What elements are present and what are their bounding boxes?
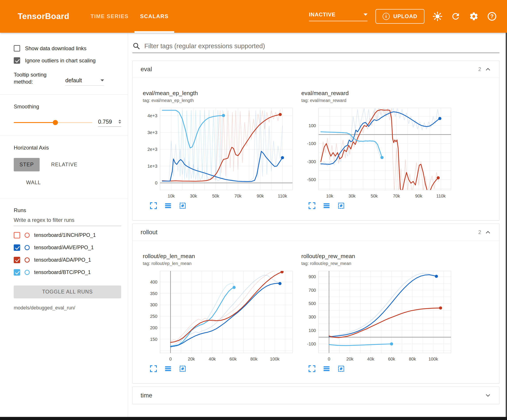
run-row-btc[interactable]: tensorboard/BTC/PPO_1 [14, 269, 121, 275]
run-row-ada[interactable]: tensorboard/ADA/PPO_1 [14, 257, 121, 263]
chevron-down-icon [364, 14, 367, 16]
run-checkbox[interactable] [14, 244, 20, 251]
chart-eval-mean-reward-plot[interactable]: 10k30k50k70k90k110k100-100-300-500 [301, 105, 454, 200]
tab-time-series[interactable]: TIME SERIES [85, 0, 134, 33]
svg-text:150: 150 [150, 337, 157, 342]
expand-icon[interactable] [308, 365, 316, 373]
divider [0, 198, 128, 198]
upload-button[interactable]: i UPLOAD [375, 9, 424, 24]
axis-wall-button[interactable]: WALL [20, 176, 47, 189]
fit-domain-icon[interactable] [337, 365, 345, 373]
axis-step-button[interactable]: STEP [14, 158, 40, 172]
tooltip-sorting-select[interactable]: default [65, 77, 104, 86]
svg-text:80k: 80k [409, 357, 416, 361]
svg-text:50k: 50k [212, 193, 219, 198]
chevron-up-icon[interactable] [485, 229, 491, 235]
run-checkbox[interactable] [14, 232, 20, 238]
run-name: tensorboard/1INCH/PPO_1 [34, 232, 96, 238]
svg-text:40k: 40k [209, 357, 216, 361]
show-download-links-label: Show data download links [25, 45, 87, 52]
svg-text:110k: 110k [436, 193, 446, 198]
section-title: time [141, 392, 152, 399]
svg-text:700: 700 [309, 288, 316, 293]
chart-rollout-ep-rew-mean-plot[interactable]: 020k40k60k80k100k-100100300500700900 [301, 268, 454, 363]
svg-text:10k: 10k [326, 193, 333, 198]
svg-text:350: 350 [150, 291, 157, 296]
runs-filter-input[interactable] [14, 213, 121, 226]
checkbox-icon [14, 45, 20, 52]
smoothing-input[interactable]: 0.759 [98, 118, 121, 127]
expand-icon[interactable] [149, 202, 157, 210]
smoothing-slider[interactable] [14, 122, 92, 123]
chart-toolbar [143, 365, 296, 373]
section-eval-header[interactable]: eval 2 [133, 61, 499, 78]
run-checkbox[interactable] [14, 269, 20, 275]
chart-tag: tag: rollout/ep_len_mean [143, 261, 296, 266]
svg-text:100k: 100k [428, 357, 438, 361]
run-name: tensorboard/ADA/PPO_1 [34, 257, 91, 263]
svg-text:300: 300 [150, 302, 157, 307]
chart-toolbar [301, 202, 454, 210]
settings-icon[interactable] [469, 11, 479, 21]
smoothing-row: 0.759 [14, 118, 121, 127]
run-row-1inch[interactable]: tensorboard/1INCH/PPO_1 [14, 232, 121, 238]
svg-text:40k: 40k [367, 357, 374, 361]
step-down-icon[interactable] [119, 122, 121, 124]
lines-icon[interactable] [164, 365, 172, 373]
svg-text:900: 900 [309, 274, 316, 279]
svg-text:-100: -100 [307, 342, 316, 346]
section-eval: eval 2 eval/mean_ep_length tag: eval/mea… [132, 61, 500, 220]
slider-thumb[interactable] [53, 120, 58, 125]
scrollbar[interactable] [506, 33, 507, 417]
run-row-aave[interactable]: tensorboard/AAVE/PPO_1 [14, 244, 121, 251]
chart-eval-mean-ep-length: eval/mean_ep_length tag: eval/mean_ep_le… [143, 90, 296, 210]
scalars-main: eval 2 eval/mean_ep_length tag: eval/mea… [128, 33, 507, 420]
fit-domain-icon[interactable] [179, 365, 187, 373]
ignore-outliers-checkbox[interactable]: Ignore outliers in chart scaling [14, 57, 121, 64]
chart-rollout-ep-len-mean-plot[interactable]: 020k40k60k80k100k150200250300350400 [143, 268, 296, 363]
section-rollout-header[interactable]: rollout 2 [133, 224, 499, 241]
chevron-up-icon[interactable] [485, 66, 491, 73]
divider [0, 94, 128, 95]
step-up-icon[interactable] [119, 120, 121, 121]
svg-text:70k: 70k [234, 193, 242, 198]
lines-icon[interactable] [164, 202, 172, 210]
expand-icon[interactable] [149, 365, 157, 373]
chart-eval-mean-ep-length-plot[interactable]: 10k30k50k70k90k110k01e+32e+33e+34e+3 [143, 105, 296, 200]
expand-icon[interactable] [308, 202, 316, 210]
tensorboard-app: TensorBoard TIME SERIES SCALARS INACTIVE… [0, 0, 507, 420]
runs-directory-label: models/debugged_eval_run/ [14, 305, 121, 311]
status-dropdown[interactable]: INACTIVE [309, 12, 367, 21]
run-color-ring [25, 233, 30, 238]
chart-toolbar [301, 365, 454, 373]
fit-domain-icon[interactable] [337, 202, 345, 210]
lines-icon[interactable] [323, 202, 331, 210]
divider [0, 136, 128, 136]
brightness-icon[interactable] [432, 11, 443, 21]
horizontal-axis-options: STEP RELATIVE WALL [14, 158, 98, 189]
lines-icon[interactable] [323, 365, 331, 373]
svg-text:2e+3: 2e+3 [148, 147, 157, 152]
chart-title: eval/mean_reward [301, 90, 454, 97]
svg-text:100: 100 [309, 328, 316, 333]
fit-domain-icon[interactable] [179, 202, 187, 210]
chart-title: rollout/ep_len_mean [143, 253, 296, 260]
tooltip-sorting-row: Tooltip sorting method: default [14, 71, 121, 86]
run-checkbox[interactable] [14, 257, 20, 263]
section-eval-body: eval/mean_ep_length tag: eval/mean_ep_le… [133, 78, 499, 220]
filter-tags-input[interactable] [144, 42, 500, 50]
run-color-ring [25, 257, 30, 262]
svg-text:1e+3: 1e+3 [148, 164, 157, 169]
show-download-links-checkbox[interactable]: Show data download links [14, 45, 121, 52]
svg-text:60k: 60k [229, 357, 237, 361]
toggle-all-runs-button[interactable]: TOGGLE ALL RUNS [14, 286, 121, 298]
tab-scalars[interactable]: SCALARS [134, 0, 175, 33]
run-name: tensorboard/AAVE/PPO_1 [34, 245, 94, 251]
stepper-icons[interactable] [119, 120, 121, 124]
section-time-header[interactable]: time [133, 387, 499, 404]
help-icon[interactable]: ? [487, 11, 497, 21]
chevron-down-icon[interactable] [485, 392, 491, 399]
refresh-icon[interactable] [451, 11, 461, 21]
tab-scalars-label: SCALARS [140, 13, 169, 20]
axis-relative-button[interactable]: RELATIVE [45, 158, 83, 172]
